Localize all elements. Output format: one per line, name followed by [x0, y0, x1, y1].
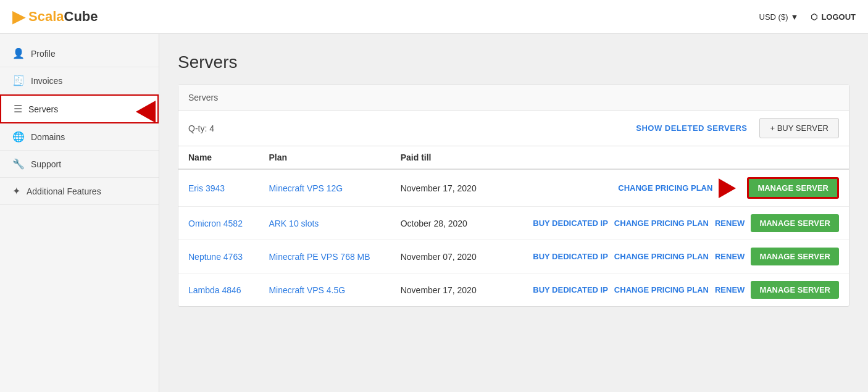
server-name-link[interactable]: Eris 3943	[188, 183, 225, 193]
action-cell: CHANGE PRICING PLANMANAGE SERVER	[504, 177, 839, 199]
table-row: Omicron 4582ARK 10 slotsOctober 28, 2020…	[178, 207, 849, 240]
action-cell: BUY DEDICATED IPCHANGE PRICING PLANRENEW…	[504, 248, 839, 265]
servers-card: Servers Q-ty: 4 SHOW DELETED SERVERS + B…	[178, 85, 849, 307]
logo-scala: Scala	[28, 9, 64, 25]
sidebar-item-label: Servers	[28, 104, 58, 114]
sidebar-item-label: Invoices	[31, 76, 62, 86]
server-actions-cell: BUY DEDICATED IPCHANGE PRICING PLANRENEW…	[495, 240, 849, 273]
manage-server-button[interactable]: MANAGE SERVER	[751, 214, 839, 232]
change-pricing-plan-button[interactable]: CHANGE PRICING PLAN	[614, 252, 709, 261]
table-row: Neptune 4763Minecraft PE VPS 768 MBNovem…	[178, 240, 849, 273]
server-name-cell: Omicron 4582	[178, 207, 259, 240]
server-plan-link[interactable]: Minecraft VPS 12G	[269, 183, 343, 193]
buy-dedicated-ip-button[interactable]: BUY DEDICATED IP	[533, 252, 608, 261]
sidebar-item-label: Support	[31, 159, 61, 169]
invoices-icon: 🧾	[12, 75, 25, 86]
server-plan-link[interactable]: Minecraft VPS 4.5G	[269, 285, 345, 295]
col-actions	[495, 146, 849, 169]
buy-dedicated-ip-button[interactable]: BUY DEDICATED IP	[533, 285, 608, 294]
server-name-cell: Neptune 4763	[178, 240, 259, 273]
page-title: Servers	[178, 52, 849, 72]
show-deleted-button[interactable]: SHOW DELETED SERVERS	[636, 123, 747, 133]
buy-dedicated-ip-button[interactable]: BUY DEDICATED IP	[533, 219, 608, 228]
server-plan-cell: ARK 10 slots	[259, 207, 390, 240]
table-header-row: Name Plan Paid till	[178, 146, 849, 169]
buy-server-button[interactable]: + BUY SERVER	[759, 118, 839, 138]
server-paid-till-cell: October 28, 2020	[391, 207, 495, 240]
logout-label: LOGOUT	[821, 12, 856, 22]
toolbar-row: Q-ty: 4 SHOW DELETED SERVERS + BUY SERVE…	[178, 111, 849, 146]
logo-cube: Cube	[64, 9, 98, 25]
manage-server-button[interactable]: MANAGE SERVER	[751, 248, 839, 265]
renew-button[interactable]: RENEW	[715, 285, 745, 294]
server-actions-cell: BUY DEDICATED IPCHANGE PRICING PLANRENEW…	[495, 207, 849, 240]
manage-server-button[interactable]: MANAGE SERVER	[747, 177, 839, 199]
col-name: Name	[178, 146, 259, 169]
sidebar-item-additional-features[interactable]: ✦ Additional Features	[0, 178, 159, 205]
action-cell: BUY DEDICATED IPCHANGE PRICING PLANRENEW…	[504, 281, 839, 299]
server-actions-cell: BUY DEDICATED IPCHANGE PRICING PLANRENEW…	[495, 273, 849, 307]
logo-icon: ▶	[12, 7, 25, 27]
currency-selector[interactable]: USD ($) ▼	[759, 12, 799, 22]
col-paid-till: Paid till	[391, 146, 495, 169]
renew-button[interactable]: RENEW	[715, 252, 745, 261]
action-cell: BUY DEDICATED IPCHANGE PRICING PLANRENEW…	[504, 214, 839, 232]
header-right: USD ($) ▼ ⬡ LOGOUT	[759, 12, 856, 22]
manage-server-button[interactable]: MANAGE SERVER	[751, 281, 839, 299]
qty-label: Q-ty: 4	[188, 123, 214, 133]
col-plan: Plan	[259, 146, 390, 169]
server-name-cell: Eris 3943	[178, 169, 259, 207]
sidebar-item-label: Profile	[31, 49, 56, 59]
server-plan-cell: Minecraft PE VPS 768 MB	[259, 240, 390, 273]
card-header: Servers	[178, 85, 849, 111]
server-name-link[interactable]: Lambda 4846	[188, 285, 241, 295]
server-paid-till-cell: November 17, 2020	[391, 273, 495, 307]
domains-icon: 🌐	[12, 131, 25, 143]
sidebar: 👤 Profile 🧾 Invoices ☰ Servers 🌐 Domains…	[0, 34, 159, 392]
server-paid-till-cell: November 17, 2020	[391, 169, 495, 207]
sidebar-item-servers[interactable]: ☰ Servers	[0, 94, 159, 123]
server-actions-cell: CHANGE PRICING PLANMANAGE SERVER	[495, 169, 849, 207]
currency-dropdown-icon: ▼	[791, 12, 799, 22]
support-icon: 🔧	[12, 158, 25, 170]
currency-label: USD ($)	[759, 12, 788, 22]
change-pricing-plan-button[interactable]: CHANGE PRICING PLAN	[618, 183, 712, 193]
layout: 👤 Profile 🧾 Invoices ☰ Servers 🌐 Domains…	[0, 34, 868, 392]
servers-icon: ☰	[14, 103, 22, 115]
sidebar-item-profile[interactable]: 👤 Profile	[0, 40, 159, 67]
logout-button[interactable]: ⬡ LOGOUT	[811, 12, 856, 22]
server-name-cell: Lambda 4846	[178, 273, 259, 307]
servers-table: Name Plan Paid till Eris 3943Minecraft V…	[178, 146, 849, 306]
left-arrow-icon	[136, 101, 156, 123]
sidebar-arrow-annotation	[136, 101, 156, 123]
sidebar-item-label: Additional Features	[27, 186, 101, 196]
main-content: Servers Servers Q-ty: 4 SHOW DELETED SER…	[159, 34, 868, 392]
server-plan-link[interactable]: Minecraft PE VPS 768 MB	[269, 252, 370, 262]
manage-server-arrow-icon	[719, 178, 736, 198]
table-row: Eris 3943Minecraft VPS 12GNovember 17, 2…	[178, 169, 849, 207]
logo: ▶ ScalaCube	[12, 7, 98, 27]
sidebar-item-support[interactable]: 🔧 Support	[0, 151, 159, 178]
change-pricing-plan-button[interactable]: CHANGE PRICING PLAN	[614, 285, 709, 294]
sidebar-item-domains[interactable]: 🌐 Domains	[0, 123, 159, 151]
server-plan-cell: Minecraft VPS 12G	[259, 169, 390, 207]
server-paid-till-cell: November 07, 2020	[391, 240, 495, 273]
server-plan-link[interactable]: ARK 10 slots	[269, 219, 319, 228]
server-name-link[interactable]: Neptune 4763	[188, 252, 243, 262]
sidebar-item-label: Domains	[31, 132, 65, 142]
profile-icon: 👤	[12, 48, 25, 59]
sidebar-item-invoices[interactable]: 🧾 Invoices	[0, 67, 159, 94]
logout-icon: ⬡	[811, 12, 817, 22]
server-name-link[interactable]: Omicron 4582	[188, 219, 243, 228]
renew-button[interactable]: RENEW	[715, 219, 745, 228]
header: ▶ ScalaCube USD ($) ▼ ⬡ LOGOUT	[0, 0, 868, 34]
additional-features-icon: ✦	[12, 185, 20, 197]
table-row: Lambda 4846Minecraft VPS 4.5GNovember 17…	[178, 273, 849, 307]
change-pricing-plan-button[interactable]: CHANGE PRICING PLAN	[614, 219, 709, 228]
server-plan-cell: Minecraft VPS 4.5G	[259, 273, 390, 307]
